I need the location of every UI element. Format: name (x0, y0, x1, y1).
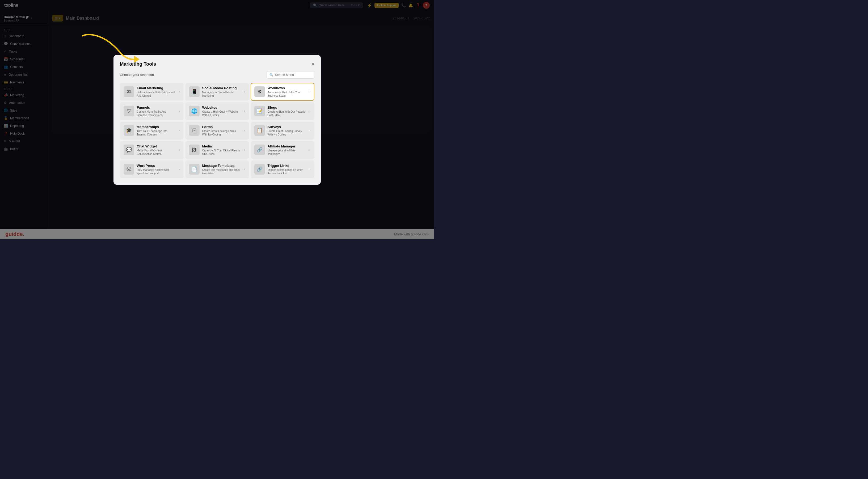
tool-info-memberships: Memberships Turn Your Knowledge Into Tra… (137, 125, 176, 136)
tool-card-memberships[interactable]: 🎓 Memberships Turn Your Knowledge Into T… (120, 122, 184, 139)
tool-icon-blogs: 📝 (254, 106, 265, 116)
tool-name-forms: Forms (202, 125, 242, 129)
tool-name-trigger-links: Trigger Links (268, 164, 307, 168)
chevron-right-icon: › (244, 109, 245, 113)
tool-card-surveys[interactable]: 📋 Surveys Create Great Looking Survey Wi… (251, 122, 314, 139)
tool-info-funnels: Funnels Convert More Traffic And Increas… (137, 105, 176, 117)
marketing-tools-modal: Marketing Tools × Choose your selection … (114, 55, 321, 185)
tool-card-social-media-posting[interactable]: 📱 Social Media Posting Manage your Socia… (185, 83, 249, 101)
tool-info-social-media-posting: Social Media Posting Manage your Social … (202, 86, 242, 97)
chevron-right-icon: › (244, 167, 245, 171)
modal-header: Marketing Tools × (120, 61, 314, 67)
tool-card-workflows[interactable]: ⚙ Workflows Automation That Helps Your B… (251, 83, 314, 101)
tool-name-message-templates: Message Templates (202, 164, 242, 168)
search-icon: 🔍 (270, 73, 274, 77)
tool-card-email-marketing[interactable]: ✉ Email Marketing Deliver Emails That Ge… (120, 83, 184, 101)
tool-card-forms[interactable]: ☑ Forms Create Great Looking Forms With … (185, 122, 249, 139)
search-menu[interactable]: 🔍 (267, 71, 314, 78)
tool-info-workflows: Workflows Automation That Helps Your Bus… (268, 86, 307, 97)
tool-name-affiliate-manager: Affiliate Manager (268, 144, 307, 148)
tool-desc-websites: Create a High Quality Website Without Li… (202, 110, 242, 117)
tool-desc-social-media-posting: Manage your Social Media Marketing (202, 91, 242, 97)
chevron-right-icon: › (179, 148, 180, 152)
tool-card-websites[interactable]: 🌐 Websites Create a High Quality Website… (185, 102, 249, 120)
tool-icon-chat-widget: 💬 (124, 145, 134, 155)
tool-icon-memberships: 🎓 (124, 125, 134, 136)
tool-info-affiliate-manager: Affiliate Manager Manage your all affili… (268, 144, 307, 156)
tool-icon-forms: ☑ (189, 125, 199, 136)
tool-desc-wordpress: Fully managed hosting with speed and sup… (137, 168, 176, 175)
chevron-right-icon: › (179, 90, 180, 94)
tool-icon-wordpress: Ⓦ (124, 164, 134, 174)
tool-desc-chat-widget: Make Your Website A Conversation Starter (137, 149, 176, 156)
tool-name-memberships: Memberships (137, 125, 176, 129)
tool-card-blogs[interactable]: 📝 Blogs Create A Blog With Our Powerful … (251, 102, 314, 120)
tool-desc-trigger-links: Trigger events based on when the link is… (268, 168, 307, 175)
tool-desc-funnels: Convert More Traffic And Increase Conver… (137, 110, 176, 117)
tool-name-email-marketing: Email Marketing (137, 86, 176, 90)
tool-info-media: Media Organize All Your Digital Files In… (202, 144, 242, 156)
tool-name-wordpress: WordPress (137, 164, 176, 168)
tool-card-message-templates[interactable]: 📄 Message Templates Create text messages… (185, 160, 249, 178)
chevron-right-icon: › (310, 129, 311, 132)
tool-card-wordpress[interactable]: Ⓦ WordPress Fully managed hosting with s… (120, 160, 184, 178)
chevron-right-icon: › (179, 129, 180, 132)
choose-text: Choose your selection (120, 73, 154, 77)
tool-info-forms: Forms Create Great Looking Forms With No… (202, 125, 242, 136)
tool-icon-social-media-posting: 📱 (189, 86, 199, 97)
tool-icon-email-marketing: ✉ (124, 86, 134, 97)
tool-icon-trigger-links: 🔗 (254, 164, 265, 174)
tool-icon-affiliate-manager: 🔗 (254, 145, 265, 155)
chevron-right-icon: › (244, 90, 245, 94)
tool-name-blogs: Blogs (268, 105, 307, 109)
tool-desc-media: Organize All Your Digital Files In One P… (202, 149, 242, 156)
tool-info-surveys: Surveys Create Great Looking Survey With… (268, 125, 307, 136)
tool-name-chat-widget: Chat Widget (137, 144, 176, 148)
tool-info-websites: Websites Create a High Quality Website W… (202, 105, 242, 117)
tool-name-funnels: Funnels (137, 105, 176, 109)
tool-desc-affiliate-manager: Manage your all affiliate compaigns (268, 149, 307, 156)
tool-desc-forms: Create Great Looking Forms With No Codin… (202, 129, 242, 136)
chevron-right-icon: › (310, 109, 311, 113)
chevron-right-icon: › (310, 167, 311, 171)
tool-icon-surveys: 📋 (254, 125, 265, 136)
tool-desc-workflows: Automation That Helps Your Business Scal… (268, 91, 307, 97)
tool-info-blogs: Blogs Create A Blog With Our Powerful Po… (268, 105, 307, 117)
chevron-right-icon: › (310, 90, 311, 94)
tool-name-surveys: Surveys (268, 125, 307, 129)
chevron-right-icon: › (244, 129, 245, 132)
tool-card-trigger-links[interactable]: 🔗 Trigger Links Trigger events based on … (251, 160, 314, 178)
tool-card-chat-widget[interactable]: 💬 Chat Widget Make Your Website A Conver… (120, 141, 184, 159)
tool-desc-blogs: Create A Blog With Our Powerful Post Edi… (268, 110, 307, 117)
chevron-right-icon: › (244, 148, 245, 152)
search-input[interactable] (275, 73, 311, 77)
tool-desc-message-templates: Create text messages and email templates (202, 168, 242, 175)
tool-desc-surveys: Create Great Looking Survey With No Codi… (268, 129, 307, 136)
chevron-right-icon: › (310, 148, 311, 152)
tool-info-wordpress: WordPress Fully managed hosting with spe… (137, 164, 176, 175)
tool-name-websites: Websites (202, 105, 242, 109)
modal-subheader: Choose your selection 🔍 (120, 71, 314, 78)
tool-card-media[interactable]: 🖼 Media Organize All Your Digital Files … (185, 141, 249, 159)
tool-name-social-media-posting: Social Media Posting (202, 86, 242, 90)
modal-title: Marketing Tools (120, 61, 156, 67)
tool-icon-funnels: ▽ (124, 106, 134, 116)
tool-icon-websites: 🌐 (189, 106, 199, 116)
tool-info-trigger-links: Trigger Links Trigger events based on wh… (268, 164, 307, 175)
tool-card-funnels[interactable]: ▽ Funnels Convert More Traffic And Incre… (120, 102, 184, 120)
tool-desc-email-marketing: Deliver Emails That Get Opened And Click… (137, 91, 176, 97)
modal-overlay[interactable]: Marketing Tools × Choose your selection … (0, 0, 434, 240)
close-button[interactable]: × (311, 62, 314, 66)
tool-icon-workflows: ⚙ (254, 86, 265, 97)
tool-info-email-marketing: Email Marketing Deliver Emails That Get … (137, 86, 176, 97)
tool-icon-message-templates: 📄 (189, 164, 199, 174)
tool-info-chat-widget: Chat Widget Make Your Website A Conversa… (137, 144, 176, 156)
tool-icon-media: 🖼 (189, 145, 199, 155)
tool-info-message-templates: Message Templates Create text messages a… (202, 164, 242, 175)
tool-card-affiliate-manager[interactable]: 🔗 Affiliate Manager Manage your all affi… (251, 141, 314, 159)
tools-grid: ✉ Email Marketing Deliver Emails That Ge… (120, 83, 314, 178)
tool-desc-memberships: Turn Your Knowledge Into Training Course… (137, 129, 176, 136)
chevron-right-icon: › (179, 109, 180, 113)
tool-name-workflows: Workflows (268, 86, 307, 90)
tool-name-media: Media (202, 144, 242, 148)
